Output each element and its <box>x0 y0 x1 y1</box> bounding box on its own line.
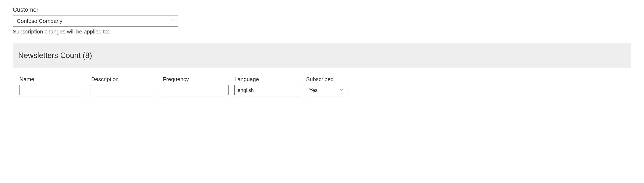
col-header-language: Language <box>234 76 300 83</box>
col-header-frequency: Frequency <box>163 76 228 83</box>
col-language: Language <box>234 76 300 95</box>
col-frequency: Frequency <box>163 76 228 95</box>
col-header-name: Name <box>20 76 85 83</box>
filter-row: Name Description Frequency Language Subs… <box>13 76 631 95</box>
col-header-description: Description <box>91 76 157 83</box>
frequency-input[interactable] <box>163 85 228 95</box>
customer-label: Customer <box>13 6 631 13</box>
newsletters-section-header: Newsletters Count (8) <box>13 43 631 68</box>
description-input[interactable] <box>91 85 157 95</box>
subscribed-select[interactable] <box>306 85 346 95</box>
subscribed-select-wrapper <box>306 85 346 95</box>
section-title: Newsletters Count (8) <box>18 51 626 60</box>
customer-helper-text: Subscription changes will be applied to: <box>13 28 631 35</box>
customer-dropdown[interactable] <box>13 15 178 27</box>
col-header-subscribed: Subscribed <box>306 76 346 83</box>
customer-dropdown-wrapper <box>13 15 178 27</box>
col-description: Description <box>91 76 157 95</box>
customer-field: Customer Subscription changes will be ap… <box>13 6 631 35</box>
language-input[interactable] <box>234 85 300 95</box>
name-input[interactable] <box>20 85 85 95</box>
col-name: Name <box>20 76 85 95</box>
col-subscribed: Subscribed <box>306 76 346 95</box>
